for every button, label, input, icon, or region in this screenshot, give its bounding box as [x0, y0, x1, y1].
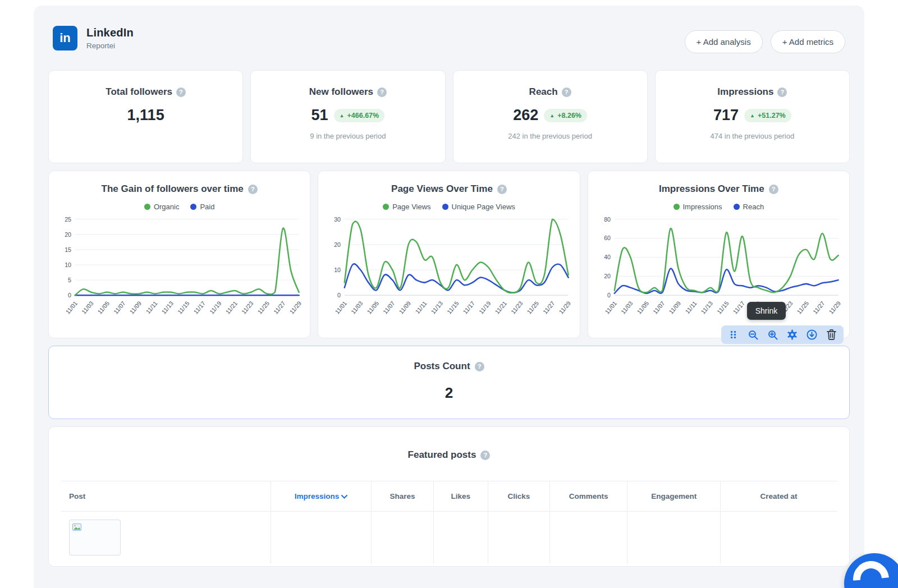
svg-text:11/01: 11/01: [64, 300, 79, 315]
help-icon[interactable]: ?: [497, 185, 507, 194]
help-icon[interactable]: ?: [562, 88, 571, 97]
svg-text:11/09: 11/09: [398, 300, 413, 315]
linkedin-logo-icon: in: [53, 26, 77, 50]
svg-text:11/23: 11/23: [240, 300, 255, 315]
drag-handle-icon[interactable]: [728, 329, 739, 340]
col-header-created-at[interactable]: Created at: [721, 481, 837, 512]
svg-text:11/03: 11/03: [350, 300, 364, 315]
posts-count-title: Posts Count: [414, 361, 470, 372]
legend-dot: [442, 204, 448, 210]
svg-text:11/07: 11/07: [112, 300, 127, 315]
svg-text:11/05: 11/05: [635, 300, 650, 315]
previous-period-text: 474 in the previous period: [666, 132, 839, 140]
col-header-shares[interactable]: Shares: [372, 481, 434, 512]
featured-posts-table: Post Impressions Shares Likes Clicks Com…: [61, 481, 837, 563]
svg-text:11/19: 11/19: [478, 300, 492, 315]
metric-card-new-followers: New followers? 51 ▲+466.67% 9 in the pre…: [250, 70, 445, 163]
chart-legend: Impressions Reach: [594, 203, 844, 211]
svg-text:11/17: 11/17: [192, 300, 207, 315]
svg-text:40: 40: [604, 254, 611, 260]
metric-title: Reach: [529, 86, 558, 98]
followers-gain-chart: 051015202511/0111/0311/0511/0711/0911/11…: [54, 212, 304, 334]
col-header-likes[interactable]: Likes: [433, 481, 488, 512]
posts-count-card: Posts Count? 2: [48, 346, 850, 419]
legend-dot: [734, 204, 740, 210]
svg-text:11/15: 11/15: [446, 300, 460, 315]
svg-text:11/23: 11/23: [510, 300, 524, 315]
svg-text:11/29: 11/29: [558, 300, 572, 315]
impressions-chart: 02040608011/0111/0311/0511/0711/0911/111…: [594, 212, 844, 334]
delete-trash-icon[interactable]: [826, 329, 837, 340]
help-icon[interactable]: ?: [248, 185, 258, 194]
svg-text:11/01: 11/01: [334, 300, 349, 315]
col-header-clicks[interactable]: Clicks: [488, 481, 550, 512]
help-icon[interactable]: ?: [377, 88, 387, 97]
add-metrics-button[interactable]: + Add metrics: [771, 30, 845, 53]
zoom-in-icon[interactable]: [767, 329, 778, 340]
svg-text:11/15: 11/15: [715, 300, 730, 315]
svg-text:11/25: 11/25: [526, 300, 540, 315]
page-title: LinkedIn: [86, 26, 134, 39]
featured-posts-card: Featured posts? Post Impressions Shares …: [48, 426, 850, 567]
help-icon[interactable]: ?: [176, 88, 186, 97]
svg-text:0: 0: [607, 292, 611, 298]
svg-text:11/05: 11/05: [96, 300, 111, 315]
zoom-out-icon[interactable]: [748, 329, 758, 340]
add-analysis-button[interactable]: + Add analysis: [685, 30, 763, 53]
svg-text:11/13: 11/13: [699, 300, 714, 315]
help-icon[interactable]: ?: [769, 185, 778, 194]
col-header-comments[interactable]: Comments: [550, 481, 627, 512]
svg-text:11/15: 11/15: [176, 300, 191, 315]
legend-dot: [383, 204, 389, 210]
arrow-up-icon: ▲: [340, 113, 345, 118]
svg-text:25: 25: [65, 216, 71, 223]
arrow-up-icon: ▲: [549, 113, 555, 118]
svg-text:5: 5: [68, 277, 71, 283]
svg-text:0: 0: [337, 292, 341, 298]
metric-title: Total followers: [106, 86, 172, 98]
arrow-up-icon: ▲: [750, 113, 755, 118]
table-header-row: Post Impressions Shares Likes Clicks Com…: [61, 481, 837, 512]
chart-legend: Page Views Unique Page Views: [324, 203, 574, 211]
svg-text:11/11: 11/11: [414, 300, 428, 315]
svg-text:20: 20: [335, 241, 341, 248]
post-thumbnail[interactable]: [69, 520, 121, 555]
svg-text:11/17: 11/17: [462, 300, 477, 315]
svg-text:11/09: 11/09: [128, 300, 143, 315]
download-icon[interactable]: [807, 329, 817, 340]
metric-value: 717: [713, 107, 739, 124]
chart-cards-row: The Gain of followers over time? Organic…: [48, 171, 850, 338]
svg-text:10: 10: [65, 261, 71, 268]
svg-text:11/25: 11/25: [795, 300, 810, 315]
svg-text:11/27: 11/27: [542, 300, 556, 315]
svg-text:11/11: 11/11: [144, 300, 158, 315]
svg-text:11/21: 11/21: [494, 300, 508, 315]
svg-text:11/25: 11/25: [256, 300, 271, 315]
help-icon[interactable]: ?: [777, 88, 787, 97]
svg-text:11/27: 11/27: [272, 300, 287, 315]
legend-dot: [190, 204, 196, 210]
previous-period-text: 9 in the previous period: [261, 132, 434, 140]
svg-text:11/21: 11/21: [224, 300, 239, 315]
svg-text:20: 20: [65, 231, 71, 238]
help-icon[interactable]: ?: [475, 362, 484, 371]
posts-count-value: 2: [60, 384, 838, 402]
svg-text:11/03: 11/03: [80, 300, 95, 315]
dashboard-panel: in LinkedIn Reportei + Add analysis + Ad…: [34, 6, 864, 588]
settings-gear-icon[interactable]: [787, 329, 798, 340]
widget-toolbar: [721, 325, 844, 344]
metric-value: 262: [513, 107, 538, 124]
metric-value: 51: [311, 107, 328, 124]
delta-badge: ▲+8.26%: [544, 109, 587, 122]
col-header-post[interactable]: Post: [61, 481, 271, 512]
chevron-down-icon: [341, 492, 347, 500]
help-icon[interactable]: ?: [480, 451, 490, 460]
chart-card-page-views: Page Views Over Time? Page Views Unique …: [318, 171, 580, 338]
col-header-impressions[interactable]: Impressions: [271, 481, 372, 512]
metric-cards-row: Total followers? 1,115 New followers? 51…: [48, 70, 850, 163]
metric-title: New followers: [309, 86, 373, 98]
svg-text:11/07: 11/07: [382, 300, 396, 315]
brand-block: in LinkedIn Reportei: [53, 26, 134, 50]
chart-title: The Gain of followers over time: [102, 183, 244, 195]
col-header-engagement[interactable]: Engagement: [627, 481, 721, 512]
